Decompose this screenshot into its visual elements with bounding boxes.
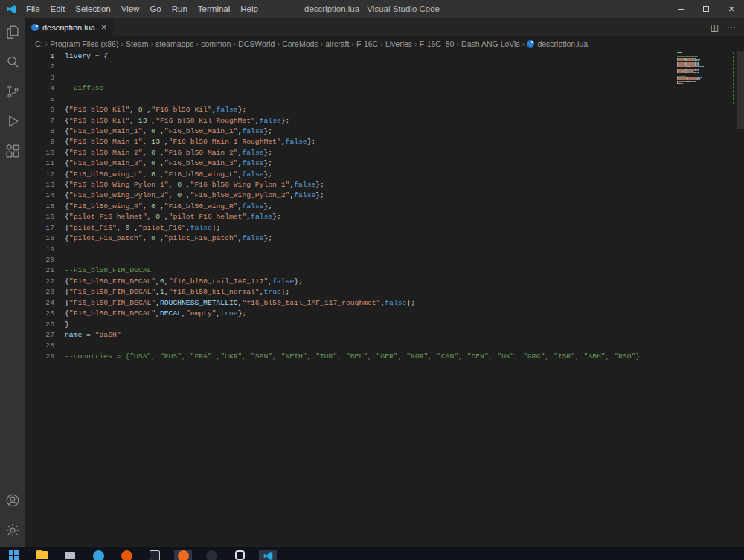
breadcrumb-item[interactable]: DCSWorld <box>238 39 275 48</box>
breadcrumb-item[interactable]: steamapps <box>155 39 193 48</box>
menu-selection[interactable]: Selection <box>70 0 115 18</box>
snipping-tool[interactable] <box>146 550 164 560</box>
code-editor[interactable]: 1livery = {234--Diffuse ----------------… <box>25 51 670 362</box>
close-button[interactable]: ✕ <box>719 0 744 18</box>
chevron-right-icon: › <box>351 39 354 48</box>
chevron-right-icon: › <box>45 39 48 48</box>
breadcrumb-item[interactable]: F-16C_50 <box>420 39 455 48</box>
line-number: 4 <box>25 83 54 94</box>
editor-scrollbar[interactable] <box>737 51 744 547</box>
breadcrumb-item[interactable]: aircraft <box>325 39 349 48</box>
menu-file[interactable]: File <box>21 0 45 18</box>
instagram-app[interactable] <box>231 550 248 560</box>
maximize-button[interactable] <box>693 0 719 18</box>
line-number: 23 <box>25 287 54 297</box>
breadcrumb-item[interactable]: CoreMods <box>282 39 318 48</box>
breadcrumb-item[interactable]: F-16C <box>356 39 378 48</box>
line-number: 9 <box>25 137 54 147</box>
breadcrumb-item[interactable]: Steam <box>126 39 148 48</box>
editor-area: 1livery = {234--Diffuse ----------------… <box>25 51 744 547</box>
source-control-icon[interactable] <box>4 83 21 100</box>
minimap[interactable] <box>677 52 737 87</box>
line-number: 17 <box>25 223 54 234</box>
vscode-app[interactable] <box>259 550 277 560</box>
chevron-right-icon: › <box>233 39 236 48</box>
line-number: 24 <box>25 298 54 309</box>
breadcrumb-item[interactable]: description.lua <box>537 39 588 48</box>
breadcrumb-item[interactable]: Liveries <box>385 39 412 48</box>
vscode-window: FileEditSelectionViewGoRunTerminalHelp d… <box>0 0 744 560</box>
edge-browser[interactable] <box>89 550 107 560</box>
line-number: 12 <box>25 170 54 180</box>
chevron-right-icon: › <box>456 39 459 48</box>
line-number: 13 <box>25 180 54 190</box>
breadcrumb-item[interactable]: C: <box>35 39 43 48</box>
scrollbar-thumb[interactable] <box>737 51 744 129</box>
printer-device[interactable] <box>61 550 79 560</box>
chevron-right-icon: › <box>380 39 383 48</box>
code-line: 18{"pilot_F16_patch", 0 ,"pilot_F16_patc… <box>25 234 670 244</box>
chevron-right-icon: › <box>321 39 324 48</box>
windows-taskbar <box>0 547 744 560</box>
breadcrumb-item[interactable]: common <box>201 39 231 48</box>
split-editor-icon[interactable]: ◫ <box>711 22 719 33</box>
lua-file-icon <box>31 24 39 31</box>
tab-description-lua[interactable]: description.lua × <box>25 18 113 36</box>
tab-close-icon[interactable]: × <box>101 23 106 32</box>
run-debug-icon[interactable] <box>4 113 21 129</box>
code-line: 22{"F16_bl50_FIN_DECAL",0,"f16_bl50_tail… <box>25 277 670 287</box>
code-line: 9{"F16_bl50_Main_1", 13 ,"F16_bl50_Main_… <box>25 137 670 147</box>
code-line: 12{"F16_bl50_wing_L", 0 ,"F16_bl50_wing_… <box>25 170 670 180</box>
breadcrumb-item[interactable]: Program Files (x86) <box>50 39 118 48</box>
line-number: 2 <box>25 62 54 72</box>
line-number: 3 <box>25 73 54 83</box>
code-line: 16{"pilot_F16_helmet", 0 ,"pilot_F16_hel… <box>25 212 670 222</box>
line-number: 19 <box>25 245 54 255</box>
menu-view[interactable]: View <box>116 0 145 18</box>
camera-app[interactable] <box>202 550 220 560</box>
code-line: 11{"F16_bl50_Main_3", 0 ,"F16_bl50_Main_… <box>25 158 670 169</box>
media-app[interactable] <box>174 550 192 560</box>
code-line: 27name = "daSH" <box>25 330 670 341</box>
minimize-button[interactable] <box>668 0 693 18</box>
search-icon[interactable] <box>4 54 21 70</box>
windows-start-button[interactable] <box>4 550 22 560</box>
menu-run[interactable]: Run <box>167 0 193 18</box>
code-line: 4--Diffuse -----------------------------… <box>25 83 670 94</box>
extensions-icon[interactable] <box>4 143 21 159</box>
breadcrumb-item[interactable]: Dash ANG LoVis <box>461 39 520 48</box>
menu-help[interactable]: Help <box>235 0 263 18</box>
firefox-browser[interactable] <box>118 550 135 560</box>
tab-bar: description.lua × ◫ ⋯ <box>25 18 744 36</box>
code-line: 14{"F16_bl50_Wing_Pylon_2", 0 ,"F16_bl50… <box>25 190 670 201</box>
account-icon[interactable] <box>4 492 21 509</box>
code-line: 28 <box>25 341 670 351</box>
titlebar: FileEditSelectionViewGoRunTerminalHelp d… <box>0 0 744 18</box>
breadcrumb: C:›Program Files (x86)›Steam›steamapps›c… <box>25 36 744 51</box>
line-number: 28 <box>25 341 54 351</box>
line-number: 18 <box>25 234 54 244</box>
menu-go[interactable]: Go <box>144 0 166 18</box>
file-explorer[interactable] <box>33 550 51 560</box>
code-line: 3 <box>25 73 670 83</box>
code-line: 8{"F16_bl50_Main_1", 0 ,"F16_bl50_Main_1… <box>25 126 670 137</box>
menu-terminal[interactable]: Terminal <box>193 0 235 18</box>
code-line: 20 <box>25 255 670 265</box>
chevron-right-icon: › <box>414 39 417 48</box>
line-number: 1 <box>25 51 54 62</box>
line-number: 5 <box>25 94 54 105</box>
line-number: 16 <box>25 212 54 222</box>
code-line: 17{"pilot_F16", 0 ,"pilot_F16",false}; <box>25 223 670 234</box>
more-actions-icon[interactable]: ⋯ <box>727 22 736 33</box>
code-line: 24{"F16_bl50_FIN_DECAL",ROUGHNESS_METALL… <box>25 298 670 309</box>
code-line: 26} <box>25 320 670 330</box>
line-number: 29 <box>25 352 54 362</box>
code-line: 23{"F16_bl50_FIN_DECAL",1,"f16_bl50_kil_… <box>25 287 670 297</box>
menu-edit[interactable]: Edit <box>45 0 71 18</box>
explorer-icon[interactable] <box>4 24 21 40</box>
settings-icon[interactable] <box>4 522 21 538</box>
code-line: 21--F16_bl50_FIN_DECAL <box>25 265 670 276</box>
code-line: 10{"F16_bl50_Main_2", 0 ,"F16_bl50_Main_… <box>25 148 670 158</box>
line-number: 6 <box>25 105 54 115</box>
line-number: 14 <box>25 190 54 201</box>
